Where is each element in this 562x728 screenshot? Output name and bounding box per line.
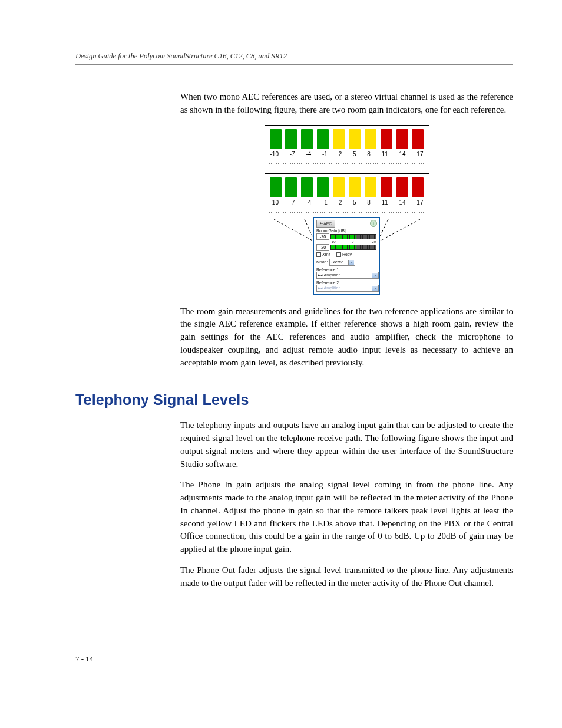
mode-select[interactable]: Stereo	[329, 259, 355, 266]
meter-tick: -7	[290, 151, 295, 157]
meter-tick: 8	[367, 151, 371, 157]
page-number: 7 - 14	[75, 654, 513, 664]
mode-label: Mode:	[316, 260, 328, 264]
meter-tick: -1	[322, 151, 328, 157]
meter-bar	[365, 129, 376, 149]
svg-line-1	[374, 219, 420, 244]
aec-panel: ⬅ AEC i Room Gain [dB]: -20 -10 0 +20 -	[313, 217, 380, 295]
header-rule	[75, 64, 513, 65]
meter-tick: -7	[290, 199, 295, 206]
xmit-checkbox[interactable]	[316, 252, 321, 257]
meter-tick: -4	[306, 199, 311, 206]
meter-bar	[285, 129, 297, 149]
reference-1-label: Reference 1:	[316, 268, 377, 272]
meter-tick: -10	[270, 151, 279, 157]
meter-bar	[317, 177, 329, 197]
gain-2-value[interactable]: -20	[316, 244, 329, 251]
meter-tick: 17	[416, 199, 423, 206]
figure-room-gain: -10-7-4-1258111417 -10-7-4-1258111417	[180, 125, 513, 295]
meter-bar	[333, 129, 345, 149]
meter-bar	[301, 177, 313, 197]
paragraph-telephony-1: The telephony inputs and outputs have an…	[180, 419, 513, 470]
meter-tick: 11	[382, 199, 388, 206]
paragraph-telephony-2: The Phone In gain adjusts the analog sig…	[180, 479, 513, 556]
meter-tick: 14	[399, 199, 405, 206]
xmit-label: Xmit	[322, 252, 330, 256]
meter-tick: 5	[353, 151, 356, 157]
meter-tick: -1	[322, 199, 328, 206]
aec-label: AEC	[323, 222, 332, 226]
meter-bar	[349, 177, 361, 197]
gain-1-meter	[330, 234, 376, 239]
recv-checkbox[interactable]	[336, 252, 341, 257]
meter-tick: 8	[367, 199, 371, 206]
meter-1-slider[interactable]	[265, 160, 429, 167]
aec-toggle-button[interactable]: ⬅ AEC	[316, 220, 335, 228]
info-icon[interactable]: i	[370, 220, 377, 227]
gain-scale: -10 0 +20	[329, 240, 377, 243]
reference-2-label: Reference 2:	[316, 281, 377, 285]
meter-bar	[333, 177, 345, 197]
room-gain-meter-1: -10-7-4-1258111417	[265, 125, 429, 159]
reference-1-select[interactable]: ▸◂ Amplifier	[316, 272, 379, 279]
meter-tick: 5	[353, 199, 356, 206]
section-heading-telephony: Telephony Signal Levels	[75, 391, 513, 409]
svg-line-0	[274, 219, 319, 244]
meter-bar	[349, 129, 361, 149]
room-gain-label: Room Gain [dB]:	[316, 229, 377, 233]
meter-bar	[396, 129, 408, 149]
meter-tick: 11	[382, 151, 388, 157]
meter-tick: -10	[270, 199, 279, 206]
meter-bar	[317, 129, 329, 149]
meter-tick: 2	[339, 151, 342, 157]
gain-2-meter	[330, 245, 376, 250]
meter-bar	[365, 177, 376, 197]
reference-2-select[interactable]: ▸◂ Amplifier	[316, 285, 379, 292]
running-header: Design Guide for the Polycom SoundStruct…	[75, 52, 513, 61]
meter-bar	[285, 177, 297, 197]
meter-tick: -4	[306, 151, 311, 157]
meter-bar	[381, 129, 392, 149]
room-gain-meter-2: -10-7-4-1258111417	[265, 173, 429, 207]
recv-label: Recv	[342, 252, 352, 256]
meter-bar	[270, 177, 282, 197]
meter-bar	[412, 177, 424, 197]
meter-bar	[301, 129, 313, 149]
meter-bar	[412, 129, 424, 149]
meter-tick: 2	[339, 199, 342, 206]
paragraph-intro: When two mono AEC references are used, o…	[180, 91, 513, 117]
paragraph-guidelines: The room gain measurements and guideline…	[180, 305, 513, 370]
gain-1-value[interactable]: -20	[316, 233, 329, 240]
meter-tick: 17	[416, 151, 423, 157]
meter-tick: 14	[399, 151, 405, 157]
meter-bar	[381, 177, 392, 197]
meter-2-slider[interactable]	[265, 209, 429, 216]
meter-bar	[396, 177, 408, 197]
meter-bar	[270, 129, 282, 149]
paragraph-telephony-3: The Phone Out fader adjusts the signal l…	[180, 564, 513, 590]
